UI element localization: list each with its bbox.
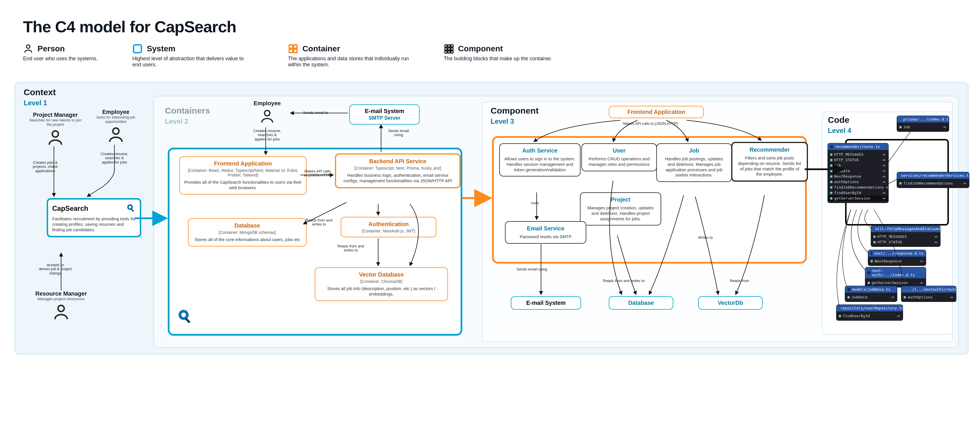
file-row: NextResponse (834, 174, 861, 179)
code-panel-response: next/.../response.d.ts NextResponse◀▶ (868, 250, 926, 266)
svg-rect-5 (294, 49, 297, 53)
rec-title: Recommender (737, 147, 803, 153)
box-email-system: E-mail System SMTP Server (349, 104, 420, 124)
emailsvc-title: Email Service (510, 225, 582, 232)
front-comp-title: Frontend Application (612, 109, 701, 115)
svg-point-16 (113, 128, 119, 134)
auth-tech: [Container: NextAuth.js, JWT] (345, 229, 432, 233)
file-row: getServerSession (834, 196, 870, 200)
code-panel-services: services/recommenderServices.ts findJobR… (897, 172, 969, 188)
frontend-tech: [Container: React, Redux, Typescript/Nex… (184, 168, 302, 177)
svg-rect-13 (448, 51, 450, 53)
backend-tech: [Container: Typescript, Next, Prisma, hu… (340, 166, 455, 171)
auth-title: Authentication (345, 221, 432, 228)
user-title: User (586, 147, 652, 154)
file-row: findJobRecommendations (834, 185, 884, 190)
person-icon (23, 43, 33, 54)
file-icon (870, 252, 872, 255)
edge-note-pm: Creates jobs & projects, check applicati… (27, 161, 64, 173)
code-panel-authroute: .../[...nextauth]/route.ts authOptions◀▶ (901, 286, 956, 301)
file-head: models/jobData.ts (852, 287, 890, 292)
svg-point-23 (181, 313, 186, 317)
file-row: HTTP_MESSAGES (834, 152, 864, 156)
svg-rect-3 (294, 45, 297, 48)
ext-vector-title: VectorDb (702, 300, 759, 306)
legend-system-label: System (147, 44, 175, 53)
job-title: Job (661, 147, 727, 154)
svg-rect-8 (451, 45, 453, 47)
file-icon (830, 145, 833, 148)
svg-point-19 (129, 206, 131, 209)
component-icon (444, 43, 454, 54)
container-icon (288, 43, 298, 54)
note-reads: Reads from (730, 279, 749, 283)
legend-container: Container The applications and data stor… (288, 43, 409, 68)
file-head: .prisma/.../index.d.ts (901, 117, 949, 121)
file-row: findUserById (834, 191, 861, 195)
box-ext-vector: VectorDb (698, 296, 763, 310)
box-vector: Vector Database [Container: ChromaDB] St… (315, 267, 448, 301)
note-sends-using: Sends email using (388, 129, 409, 137)
emp-title: Employee (87, 109, 145, 115)
edge-note-rm: accepts or denies job & project listings (35, 263, 76, 275)
note-sends-to: Sends email to (303, 111, 328, 115)
code-panel-nextauth: next-auth/.../index.d.ts getServerSessio… (865, 267, 926, 287)
legend-component: Component The building blocks that make … (444, 43, 552, 68)
file-head: recommender/route.ts (835, 145, 880, 149)
legend-system: System Highest level of abstraction that… (132, 43, 253, 68)
ext-email-title: E-mail System (514, 300, 578, 306)
code-panel-prisma: .prisma/.../index.d.ts Job◀▶ (897, 116, 949, 131)
legend-system-desc: Highest level of abstraction that delive… (132, 56, 253, 68)
file-row: HTTP_STATUS (877, 240, 902, 244)
box-frontend: Frontend Application [Container: React, … (179, 156, 307, 195)
page-title: The C4 model for CapSearch (23, 17, 957, 36)
component-heading: Component (491, 106, 539, 116)
legend-person-label: Person (37, 44, 65, 53)
svg-rect-11 (451, 48, 453, 50)
job-desc: Handles job postings, updates and deleti… (661, 156, 727, 178)
project-desc: Manages project creation, updates and de… (585, 205, 657, 222)
svg-rect-7 (448, 45, 450, 47)
note-api-calls: Makes API calls to [JSON,HTTP] (303, 169, 332, 178)
svg-rect-12 (445, 51, 447, 53)
note-emp-creates: Creates resume, searches & applies for j… (248, 129, 286, 141)
file-row: HTTP_MESSAGES (877, 234, 907, 239)
backend-title: Backend API Service (340, 158, 455, 165)
rec-desc: Filters and sorts job posts depending on… (737, 155, 803, 177)
note-auth-rw: Reads from and writes to (335, 244, 367, 253)
legend-person: Person End user who uses the systems. (23, 43, 98, 68)
svg-point-17 (58, 305, 64, 311)
vector-title: Vector Database (319, 271, 443, 278)
authsvc-title: Auth Service (504, 147, 576, 154)
file-icon (847, 288, 850, 291)
box-backend: Backend API Service [Container: Typescri… (335, 153, 461, 188)
context-heading: Context (24, 88, 56, 97)
box-project: Project Manages project creation, update… (580, 192, 661, 225)
db-title: Database (192, 222, 302, 229)
emailsvc-desc: Password resets via SMTP (510, 234, 582, 240)
capsearch-logo-icon (126, 203, 136, 214)
file-icon (868, 271, 870, 274)
box-database: Database [Container: MongoDB schemas] St… (188, 218, 307, 247)
code-panel-route: recommender/route.ts HTTP_MESSAGES◀▶ HTT… (828, 143, 888, 203)
system-icon (132, 43, 143, 54)
user-desc: Performs CRUD operations and manages rol… (586, 156, 652, 167)
box-ext-email: E-mail System (511, 296, 581, 310)
legend-container-label: Container (302, 44, 340, 53)
file-row: JobData (834, 169, 850, 173)
file-row: authOptions (834, 180, 859, 184)
file-row: authOptions (908, 295, 932, 299)
db-desc: Stores all of the core informations abou… (192, 237, 302, 242)
containers-employee: Employee (243, 100, 292, 124)
file-row: findUserById (843, 314, 870, 318)
capsearch-desc: Facilitates recruitment by providing too… (52, 216, 136, 233)
file-row: HTTP_STATUS (834, 158, 859, 162)
component-level: Level 3 (491, 117, 514, 126)
vector-tech: [Container: ChromaDB] (319, 279, 443, 284)
note-send-email: Sends email using (517, 267, 547, 271)
frontend-title: Frontend Application (184, 160, 302, 167)
person-project-manager: Project Manager Searches for new talents… (27, 112, 84, 147)
legend-component-label: Component (458, 44, 503, 53)
person-employee: Employee looks for interesting job oppor… (87, 109, 145, 144)
file-head: utils/httpMessagesAndStatuses.ts (875, 226, 940, 231)
